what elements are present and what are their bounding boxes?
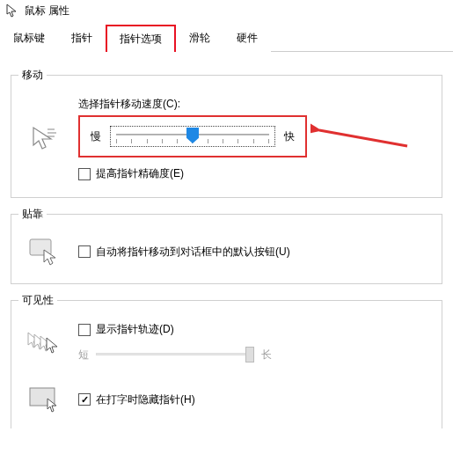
tab-label: 鼠标键: [13, 32, 45, 44]
group-title-movement: 移动: [18, 68, 47, 83]
tab-label: 指针: [71, 32, 92, 44]
window-title: 鼠标 属性: [25, 4, 69, 18]
group-title-visibility: 可见性: [18, 293, 57, 308]
tab-pointer-options[interactable]: 指针选项: [106, 25, 176, 52]
speed-label: 选择指针移动速度(C):: [78, 97, 431, 112]
tab-wheel[interactable]: 滑轮: [176, 25, 223, 52]
snap-default-label: 自动将指针移动到对话框中的默认按钮(U): [96, 245, 290, 260]
group-visibility: 可见性 显示指针轨迹(D) 短: [11, 300, 442, 428]
hide-typing-checkbox[interactable]: [78, 393, 91, 406]
slow-label: 慢: [91, 129, 101, 144]
show-trail-checkbox[interactable]: [78, 324, 91, 336]
group-movement: 移动 选择指针移动速度(C): 慢 快: [11, 75, 442, 198]
trail-length-slider: [96, 346, 254, 363]
tab-bar: 鼠标键 指针 指针选项 滑轮 硬件: [0, 24, 453, 52]
title-bar: 鼠标 属性: [0, 0, 453, 22]
snap-default-checkbox[interactable]: [78, 245, 91, 258]
tab-label: 滑轮: [189, 32, 210, 44]
enhance-precision-checkbox[interactable]: [78, 168, 91, 180]
tab-pointers[interactable]: 指针: [58, 25, 106, 52]
speed-highlight-box: 慢 快: [78, 115, 307, 157]
snap-icon: [22, 236, 68, 267]
cursor-speed-icon: [22, 124, 68, 154]
mouse-icon: [5, 4, 19, 18]
pointer-speed-slider[interactable]: [110, 126, 275, 147]
group-snap: 贴靠 自动将指针移动到对话框中的默认按钮(U): [11, 214, 442, 284]
pointer-trail-icon: [22, 331, 68, 359]
trail-long-label: 长: [261, 348, 272, 362]
hide-typing-label: 在打字时隐藏指针(H): [96, 392, 195, 407]
tab-buttons[interactable]: 鼠标键: [0, 25, 58, 52]
trail-short-label: 短: [78, 348, 89, 362]
group-title-snap: 贴靠: [18, 207, 47, 222]
show-trail-label: 显示指针轨迹(D): [96, 322, 174, 337]
tab-label: 指针选项: [120, 33, 162, 45]
enhance-precision-label: 提高指针精确度(E): [96, 166, 184, 181]
dialog-content: 移动 选择指针移动速度(C): 慢 快: [0, 52, 453, 428]
tab-hardware[interactable]: 硬件: [223, 25, 271, 52]
fast-label: 快: [284, 129, 295, 144]
hide-typing-icon: [22, 386, 68, 413]
tab-label: 硬件: [237, 32, 258, 44]
